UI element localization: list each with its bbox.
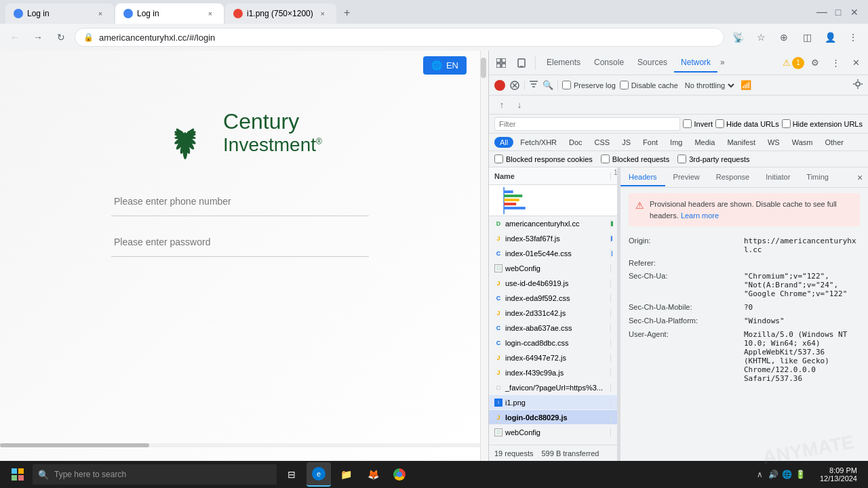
url-bar[interactable]: 🔒 americancenturyhxl.cc/#/login	[75, 28, 724, 47]
disable-cache-label[interactable]: Disable cache	[620, 81, 678, 89]
filter-wasm[interactable]: Wasm	[787, 137, 818, 148]
taskbar-file-explorer[interactable]: 📁	[334, 462, 358, 487]
hide-ext-urls-checkbox[interactable]	[782, 119, 791, 128]
translate-button[interactable]: 🌐 EN	[423, 56, 467, 75]
tray-network-icon[interactable]: 🌐	[782, 469, 793, 480]
filter-all[interactable]: All	[494, 137, 513, 148]
tab-sources[interactable]: Sources	[631, 54, 674, 73]
net-row-13[interactable]: J login-0dc88029.js	[489, 410, 617, 425]
third-party-checkbox[interactable]	[677, 155, 686, 163]
network-settings-button[interactable]	[853, 79, 863, 91]
cast-button[interactable]: 📡	[728, 28, 747, 47]
hide-ext-urls-label[interactable]: Hide extension URLs	[782, 119, 863, 128]
net-row-8[interactable]: C login-ccad8dbc.css	[489, 336, 617, 350]
tab1-close[interactable]: ×	[95, 8, 106, 19]
net-row-14[interactable]: □ webConfig	[489, 425, 617, 440]
upload-har-button[interactable]: ↑	[494, 98, 509, 113]
net-row-2[interactable]: C index-01e5c44e.css	[489, 246, 617, 261]
horizontal-scrollbar[interactable]	[0, 443, 480, 447]
filter-media[interactable]: Media	[689, 137, 720, 148]
net-row-1[interactable]: J index-53faf67f.js	[489, 231, 617, 246]
download-har-button[interactable]: ↓	[512, 98, 527, 113]
blocked-requests-checkbox[interactable]	[601, 155, 610, 163]
system-clock[interactable]: 8:09 PM 12/13/2024	[814, 466, 863, 483]
hide-data-urls-label[interactable]: Hide data URLs	[715, 119, 779, 128]
clear-button[interactable]	[509, 80, 520, 91]
maximize-button[interactable]: □	[830, 4, 846, 20]
filter-css[interactable]: CSS	[589, 137, 616, 148]
blocked-requests-label[interactable]: Blocked requests	[601, 155, 669, 163]
tray-battery-icon[interactable]: 🔋	[795, 469, 806, 480]
online-button[interactable]: 📶	[741, 80, 751, 90]
h-tab-initiator[interactable]: Initiator	[757, 169, 798, 186]
forward-button[interactable]: →	[28, 28, 47, 47]
tab-network[interactable]: Network	[674, 54, 717, 73]
net-row-12[interactable]: i i1.png	[489, 395, 617, 410]
sidebar-button[interactable]: ◫	[797, 28, 816, 47]
taskbar-search[interactable]: 🔍 Type here to search	[33, 464, 277, 485]
filter-manifest[interactable]: Manifest	[722, 137, 761, 148]
net-row-3[interactable]: □ webConfig	[489, 261, 617, 276]
close-request-detail[interactable]: ×	[852, 169, 868, 186]
preserve-log-checkbox[interactable]	[562, 81, 571, 89]
net-row-7[interactable]: C index-aba637ae.css	[489, 321, 617, 336]
task-view-button[interactable]: ⊟	[279, 462, 304, 487]
invert-filter-label[interactable]: Invert	[683, 119, 713, 128]
refresh-button[interactable]: ↻	[52, 28, 71, 47]
filter-button[interactable]	[529, 79, 538, 91]
tab-elements[interactable]: Elements	[540, 54, 587, 73]
devtools-settings-button[interactable]: ⚙	[806, 54, 825, 73]
filter-img[interactable]: Img	[665, 137, 688, 148]
tray-expand-icon[interactable]: ∧	[755, 469, 766, 480]
tab3-close[interactable]: ×	[317, 8, 328, 19]
browser-tab-1[interactable]: Log in ×	[5, 3, 114, 24]
device-toolbar-button[interactable]	[512, 54, 531, 73]
net-row-10[interactable]: J index-f439c99a.js	[489, 365, 617, 380]
h-tab-timing[interactable]: Timing	[798, 169, 837, 186]
filter-other[interactable]: Other	[819, 137, 849, 148]
net-row-11[interactable]: □ _favicon/?pageUrl=https%3...	[489, 380, 617, 395]
devtools-close-button[interactable]: ✕	[846, 54, 865, 73]
browser-tab-2[interactable]: Log in ×	[115, 3, 224, 24]
taskbar-edge[interactable]: e	[307, 462, 331, 487]
filter-ws[interactable]: WS	[762, 137, 785, 148]
menu-button[interactable]: ⋮	[844, 28, 863, 47]
back-button[interactable]: ←	[5, 28, 24, 47]
blocked-cookies-label[interactable]: Blocked response cookies	[494, 155, 593, 163]
invert-checkbox[interactable]	[683, 119, 692, 128]
net-row-5[interactable]: C index-eda9f592.css	[489, 291, 617, 306]
password-input[interactable]	[111, 227, 369, 257]
new-tab-button[interactable]: +	[338, 3, 357, 22]
phone-input[interactable]	[111, 186, 369, 216]
disable-cache-checkbox[interactable]	[620, 81, 629, 89]
h-tab-headers[interactable]: Headers	[620, 169, 665, 186]
filter-input[interactable]	[494, 117, 680, 131]
taskbar-chrome[interactable]	[388, 462, 411, 487]
bookmark-button[interactable]: ☆	[751, 28, 770, 47]
close-window-button[interactable]: ✕	[846, 4, 863, 20]
h-tab-preview[interactable]: Preview	[665, 169, 708, 186]
net-row-0[interactable]: D americancenturyhxl.cc	[489, 216, 617, 231]
profile-button[interactable]: 👤	[821, 28, 840, 47]
preserve-log-label[interactable]: Preserve log	[562, 81, 616, 89]
devtools-options-button[interactable]: ⋮	[826, 54, 845, 73]
filter-js[interactable]: JS	[616, 137, 636, 148]
browser-tab-3[interactable]: i1.png (750×1200) ×	[225, 3, 336, 24]
start-button[interactable]	[5, 462, 30, 487]
record-button[interactable]	[494, 80, 505, 91]
filter-doc[interactable]: Doc	[564, 137, 588, 148]
taskbar-firefox[interactable]: 🦊	[361, 462, 385, 487]
inspect-element-button[interactable]	[492, 54, 511, 73]
third-party-label[interactable]: 3rd-party requests	[677, 155, 749, 163]
minimize-button[interactable]: —	[814, 4, 830, 20]
tab-console[interactable]: Console	[587, 54, 631, 73]
tab-more[interactable]: »	[717, 58, 728, 68]
net-row-9[interactable]: J index-64947e72.js	[489, 350, 617, 365]
filter-fetch-xhr[interactable]: Fetch/XHR	[515, 137, 562, 148]
h-tab-response[interactable]: Response	[708, 169, 758, 186]
throttle-select[interactable]: No throttling	[682, 81, 736, 90]
learn-more-link[interactable]: Learn more	[681, 211, 719, 220]
page-scrollbar[interactable]	[480, 51, 488, 461]
filter-font[interactable]: Font	[637, 137, 663, 148]
extensions-button[interactable]: ⊕	[774, 28, 793, 47]
